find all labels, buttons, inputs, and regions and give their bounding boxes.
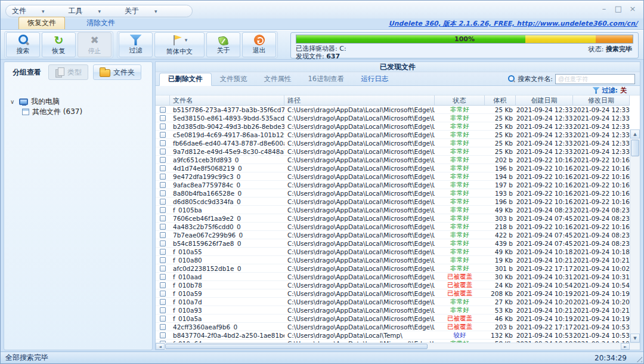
row-checkbox[interactable] [160,107,166,113]
row-checkbox[interactable] [160,207,166,213]
menu-file[interactable]: 文件 ▾ [12,6,45,16]
group-by-folder-button[interactable]: 文件夹 [93,64,141,80]
row-checkbox[interactable] [160,165,166,171]
table-row[interactable]: 5ed38150-e861-4893-9bdd-535acdb042cf.tmp… [156,114,630,122]
close-button[interactable]: × [628,4,637,13]
row-checkbox[interactable] [160,299,166,305]
tab-hex-view[interactable]: 16进制查看 [300,73,353,85]
exit-button[interactable]: 退出 [242,32,276,57]
horizontal-scroll-thumb[interactable] [165,344,428,349]
search-filename-input[interactable] [555,74,635,84]
row-checkbox[interactable] [160,232,166,238]
table-row[interactable]: 9a7d812e-e49d-45e9-8c30-c4848a70a239.tmp… [156,147,630,156]
menu-tools[interactable]: 工具 ▾ [69,6,101,16]
tab-run-log[interactable]: 运行日志 [352,73,397,85]
scroll-left-arrow[interactable]: ◄ [156,343,165,350]
toolbar: 搜索 ↻ 恢复 ✖ 停止 过滤 ▾ 简体中文 [1,30,643,60]
table-row[interactable]: f_010a55 C:\Users\drago\AppData\Local\Mi… [156,248,630,256]
maximize-button[interactable]: □ [614,4,623,13]
table-row[interactable]: b8437704-2f0a-4bd2-a250-1ae81beab498.tmp… [156,331,630,340]
header-size[interactable]: 体积 [485,95,516,105]
table-row[interactable]: d6d805cdc9d334fa_0 C:\Users\drago\AppDat… [156,198,630,206]
scroll-down-arrow[interactable]: ▼ [630,334,640,343]
row-checkbox[interactable] [160,149,166,155]
table-row[interactable]: f_010a59 C:\Users\drago\AppData\Local\Mi… [156,289,630,298]
row-checkbox[interactable] [160,157,166,163]
table-row[interactable]: f_010a80 C:\Users\drago\AppData\Local\Mi… [156,256,630,264]
table-row[interactable]: 9e472dfa199c99c3_0 C:\Users\drago\AppDat… [156,172,630,181]
table-row[interactable]: 7606ceb46f1aa9e2_0 C:\Users\drago\AppDat… [156,214,630,223]
table-row[interactable]: f_010a7d C:\Users\drago\AppData\Local\Mi… [156,298,630,306]
header-path[interactable]: 路径 [284,95,435,105]
table-row[interactable]: 8a80b4fba166528e_0 C:\Users\drago\AppDat… [156,189,630,198]
row-checkbox[interactable] [160,190,166,196]
table-row[interactable]: 4d1d74e8f5068219_0 C:\Users\drago\AppDat… [156,164,630,172]
about-link[interactable]: Undelete 360, 版本 2.1.6.26, FREE, http://… [389,19,637,28]
table-row[interactable]: fb66dae6-ed40-4743-8787-d8e600aa769c.tmp… [156,139,630,147]
tab-recover-files[interactable]: 恢复文件 [18,17,65,29]
row-checkbox[interactable] [160,266,166,272]
filter-state-label[interactable]: 过滤: [602,86,618,95]
header-filename[interactable]: 文件名 [170,95,284,105]
table-row[interactable]: 7b7eae067c299b96_0 C:\Users\drago\AppDat… [156,231,630,239]
table-row[interactable]: c5e0819d-4c69-4917-86aa-101b129bb57e.tmp… [156,131,630,139]
tree-item-my-computer[interactable]: ∨ 我的电脑 [10,97,152,107]
tab-deleted-files[interactable]: 已删除文件 [159,73,212,86]
row-checkbox[interactable] [160,132,166,138]
cell-modified: 2021-09-24 10:21 [573,256,630,264]
header-created[interactable]: 创建日期 [516,95,573,105]
tab-clean-files[interactable]: 清除文件 [78,17,123,29]
table-row[interactable]: 42cff3360aeaf9b6_0 C:\Users\drago\AppDat… [156,323,630,331]
table-row[interactable]: b2d385db-9042-49d3-bb26-8ebde31d7257.tmp… [156,122,630,131]
table-row[interactable]: f_010a5a C:\Users\drago\AppData\Local\Mi… [156,314,630,323]
row-checkbox[interactable] [160,316,166,322]
table-row[interactable]: f_010b78 C:\Users\drago\AppData\Local\Mi… [156,281,630,289]
row-checkbox[interactable] [160,257,166,263]
row-checkbox[interactable] [160,140,166,146]
scroll-right-arrow[interactable]: ► [621,343,630,350]
row-checkbox[interactable] [160,274,166,280]
row-checkbox[interactable] [160,124,166,129]
header-status[interactable]: 状态 [435,95,485,105]
language-button[interactable]: ▾ 简体中文 [154,32,205,57]
table-row[interactable]: a9fc651ceb3fd893_0 C:\Users\drago\AppDat… [156,156,630,164]
table-row[interactable]: afc0d2238152db1e_0 C:\Users\drago\AppDat… [156,264,630,273]
tab-file-properties[interactable]: 文件属性 [256,73,300,85]
filter-button[interactable]: 过滤 [119,32,153,57]
menu-about[interactable]: 关于 ▾ [125,6,157,16]
table-row[interactable]: 9afac8ea7759784c_0 C:\Users\drago\AppDat… [156,181,630,189]
row-checkbox[interactable] [160,199,166,205]
table-row[interactable]: f_010a93 C:\Users\drago\AppData\Local\Mi… [156,306,630,314]
tree-expand-icon[interactable]: ∨ [10,98,16,105]
minimize-button[interactable]: – [599,4,609,13]
row-checkbox[interactable] [160,249,166,255]
row-checkbox[interactable] [160,182,166,188]
tab-file-preview[interactable]: 文件预览 [212,73,256,85]
row-checkbox[interactable] [160,332,166,338]
row-checkbox[interactable] [160,282,166,288]
scroll-up-arrow[interactable]: ▲ [630,129,640,138]
horizontal-scrollbar[interactable]: ◄ ► [156,343,640,350]
table-row[interactable]: b54c8159626f7ae8_0 C:\Users\drago\AppDat… [156,239,630,248]
row-checkbox[interactable] [160,215,166,221]
table-row[interactable]: b515f786-273a-4377-ba3b-35f6cd7e445a.tmp… [156,106,630,114]
header-modified[interactable]: 修改日期 [573,95,630,105]
table-row[interactable]: f_010aad C:\Users\drago\AppData\Local\Mi… [156,273,630,281]
row-checkbox[interactable] [160,115,166,121]
about-button[interactable]: 关于 [206,32,240,57]
row-checkbox[interactable] [160,291,166,297]
row-checkbox[interactable] [160,324,166,330]
row-checkbox[interactable] [160,174,166,180]
filter-state-value[interactable]: 关 [620,86,627,95]
row-checkbox[interactable] [160,240,166,246]
vertical-scroll-thumb[interactable] [631,140,639,156]
table-row[interactable]: 4a483c2b75f6cdd0_0 C:\Users\drago\AppDat… [156,223,630,231]
vertical-scrollbar[interactable]: ▲ ▼ [630,129,640,343]
row-checkbox[interactable] [160,307,166,313]
tree-item-other-files[interactable]: 其他文件 (637) [10,107,152,117]
row-checkbox[interactable] [160,224,166,230]
restore-button[interactable]: ↻ 恢复 [42,32,76,57]
table-row[interactable]: f_0105ba C:\Users\drago\AppData\Local\Mi… [156,206,630,214]
search-button[interactable]: 搜索 [6,32,40,57]
cell-size: 301 b [485,264,516,272]
